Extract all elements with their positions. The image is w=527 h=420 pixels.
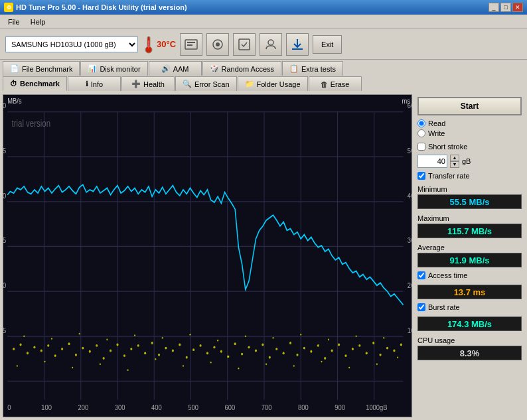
svg-text:125: 125 <box>3 147 6 155</box>
svg-point-102 <box>338 344 340 346</box>
svg-point-110 <box>393 350 395 352</box>
svg-point-109 <box>386 347 388 350</box>
toolbar: SAMSUNG HD103UJ (1000 gB) 30°C Exit <box>0 29 527 60</box>
read-option[interactable]: Read <box>417 119 522 127</box>
short-stroke-option: Short stroke <box>417 143 522 151</box>
spin-down-button[interactable]: ▼ <box>450 161 459 168</box>
svg-point-106 <box>366 352 368 354</box>
svg-point-77 <box>165 347 167 350</box>
window-title: HD Tune Pro 5.00 - Hard Disk Utility (tr… <box>16 3 187 11</box>
svg-text:MB/s: MB/s <box>7 97 21 105</box>
svg-text:600: 600 <box>225 403 236 411</box>
svg-point-100 <box>324 357 326 360</box>
svg-point-71 <box>123 354 125 357</box>
close-button[interactable]: ✕ <box>512 3 523 12</box>
spin-buttons: ▲ ▼ <box>450 155 459 168</box>
svg-point-56 <box>19 344 21 346</box>
toolbar-btn-3[interactable] <box>233 33 256 56</box>
exit-button[interactable]: Exit <box>313 35 342 54</box>
tab-folder-usage[interactable]: 📁 Folder Usage <box>238 76 308 91</box>
access-time-checkbox[interactable] <box>417 271 425 279</box>
svg-point-128 <box>51 338 52 340</box>
svg-text:50: 50 <box>408 147 412 155</box>
tab-file-benchmark[interactable]: 📄 File Benchmark <box>3 61 80 76</box>
svg-point-107 <box>372 342 374 344</box>
svg-point-88 <box>241 353 243 356</box>
svg-point-67 <box>96 344 98 347</box>
svg-point-130 <box>106 339 108 341</box>
tab-info[interactable]: ℹ Info <box>68 76 121 91</box>
burst-rate-label-option[interactable]: Burst rate <box>417 303 522 311</box>
svg-text:800: 800 <box>298 403 309 411</box>
svg-point-114 <box>72 367 73 369</box>
svg-point-134 <box>217 340 218 342</box>
start-button[interactable]: Start <box>417 97 522 115</box>
svg-point-111 <box>400 344 402 346</box>
svg-text:20: 20 <box>408 281 412 289</box>
svg-point-99 <box>317 344 319 347</box>
svg-point-118 <box>183 365 184 367</box>
toolbar-btn-2[interactable] <box>206 33 229 56</box>
title-bar: ⚙ HD Tune Pro 5.00 - Hard Disk Utility (… <box>0 0 527 15</box>
svg-point-104 <box>352 348 354 350</box>
svg-rect-2 <box>148 40 149 48</box>
short-stroke-input[interactable] <box>417 155 447 168</box>
access-time-value: 13.7 ms <box>417 285 522 299</box>
svg-text:75: 75 <box>3 236 6 244</box>
short-stroke-checkbox[interactable] <box>417 143 425 151</box>
tab-random-access-icon: 🎲 <box>210 64 219 73</box>
svg-text:100: 100 <box>3 192 6 200</box>
tab-erase[interactable]: 🗑 Erase <box>309 76 362 91</box>
svg-point-136 <box>272 337 273 339</box>
svg-text:300: 300 <box>115 403 125 411</box>
tab-info-icon: ℹ <box>86 80 88 88</box>
app-icon: ⚙ <box>4 3 13 12</box>
tab-aam[interactable]: 🔊 AAM <box>149 61 202 76</box>
main-content: 150 125 100 75 50 25 MB/s 60 50 40 30 20… <box>0 92 527 420</box>
toolbar-btn-4[interactable] <box>260 33 282 56</box>
maximize-button[interactable]: □ <box>500 3 511 12</box>
svg-text:trial version: trial version <box>12 118 51 129</box>
toolbar-btn-5[interactable] <box>286 33 309 56</box>
toolbar-btn-1[interactable] <box>180 33 202 56</box>
minimize-button[interactable]: _ <box>489 3 499 12</box>
tab-health[interactable]: ➕ Health <box>121 76 175 91</box>
menu-bar: File Help <box>0 15 527 29</box>
access-time-label-option[interactable]: Access time <box>417 271 522 279</box>
tab-error-scan[interactable]: 🔍 Error Scan <box>175 76 237 91</box>
menu-help[interactable]: Help <box>25 17 51 27</box>
svg-point-59 <box>40 350 42 352</box>
svg-point-92 <box>269 356 271 359</box>
menu-file[interactable]: File <box>3 17 25 27</box>
cpu-usage-value: 8.3% <box>417 346 522 360</box>
tab-random-access[interactable]: 🎲 Random Access <box>202 61 281 76</box>
svg-point-78 <box>172 350 174 352</box>
svg-point-63 <box>68 342 70 345</box>
svg-text:150: 150 <box>3 102 6 110</box>
tab-extra-tests[interactable]: 📋 Extra tests <box>282 61 343 76</box>
tab-disk-monitor[interactable]: 📊 Disk monitor <box>80 61 147 76</box>
svg-point-84 <box>213 346 215 348</box>
write-option[interactable]: Write <box>417 129 522 137</box>
write-radio[interactable] <box>417 129 425 137</box>
transfer-rate-option[interactable]: Transfer rate <box>417 172 522 180</box>
disk-select[interactable]: SAMSUNG HD103UJ (1000 gB) <box>5 36 138 52</box>
svg-point-90 <box>255 350 257 352</box>
svg-point-119 <box>210 362 212 364</box>
read-radio[interactable] <box>417 119 425 127</box>
svg-point-95 <box>289 342 291 344</box>
tab-benchmark[interactable]: ⏱ Benchmark <box>3 76 67 91</box>
svg-point-113 <box>44 361 46 363</box>
tabs-row2: ⏱ Benchmark ℹ Info ➕ Health 🔍 Error Scan… <box>3 76 524 91</box>
svg-point-89 <box>248 346 250 348</box>
svg-point-122 <box>293 365 295 367</box>
tabs-row1: 📄 File Benchmark 📊 Disk monitor 🔊 AAM 🎲 … <box>3 61 524 76</box>
spin-up-button[interactable]: ▲ <box>450 155 459 161</box>
transfer-rate-checkbox[interactable] <box>417 172 425 180</box>
average-stat: Average 91.9 MB/s <box>417 244 522 267</box>
burst-rate-checkbox[interactable] <box>417 303 425 311</box>
svg-point-103 <box>344 354 346 357</box>
svg-point-9 <box>268 40 273 45</box>
svg-point-125 <box>376 364 378 366</box>
window-controls: _ □ ✕ <box>489 3 523 12</box>
